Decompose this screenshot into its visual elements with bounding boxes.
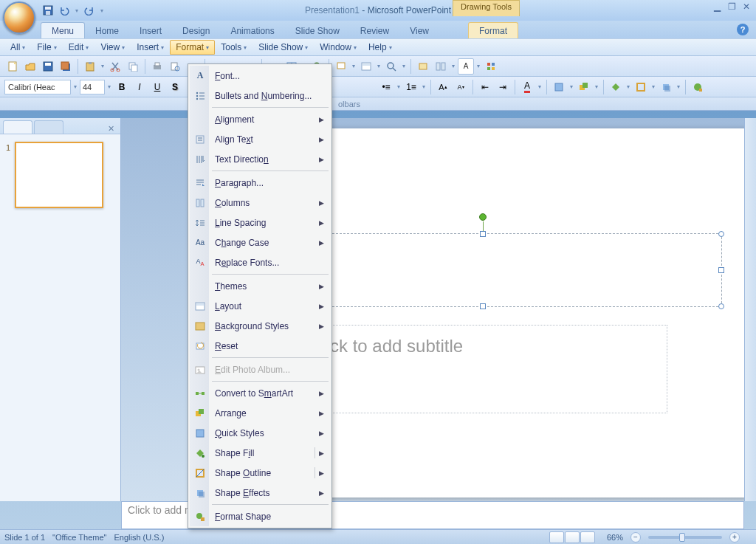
menu-slideshow[interactable]: Slide Show▾ bbox=[252, 40, 314, 55]
arrange-all-icon[interactable] bbox=[433, 58, 449, 75]
office-button[interactable] bbox=[3, 1, 35, 34]
format-menu-item-23[interactable]: Shape Fill▶ bbox=[190, 443, 330, 463]
grow-font-icon[interactable]: A▴ bbox=[435, 79, 451, 95]
format-menu-item-0[interactable]: AFont... bbox=[190, 66, 330, 86]
vertical-scrollbar[interactable] bbox=[744, 118, 756, 501]
paste-icon[interactable] bbox=[82, 58, 98, 75]
underline-button[interactable]: U bbox=[149, 79, 165, 95]
format-menu-item-7[interactable]: Paragraph... bbox=[190, 173, 330, 193]
restore-button[interactable]: ❐ bbox=[726, 1, 737, 12]
format-menu-item-25[interactable]: Shape Effects▶ bbox=[190, 483, 330, 503]
zoom-in-button[interactable]: + bbox=[729, 532, 740, 543]
ribbon-tab-insert[interactable]: Insert bbox=[129, 23, 172, 38]
save-icon[interactable] bbox=[41, 4, 55, 17]
menu-edit[interactable]: Edit▾ bbox=[63, 40, 95, 55]
menu-window[interactable]: Window▾ bbox=[314, 40, 362, 55]
minimize-button[interactable]: ▁ bbox=[712, 1, 722, 12]
menu-insert[interactable]: Insert▾ bbox=[131, 40, 170, 55]
decrease-indent-icon[interactable]: ⇤ bbox=[477, 79, 493, 95]
menu-help[interactable]: Help▾ bbox=[362, 40, 398, 55]
copy-icon[interactable] bbox=[125, 58, 141, 75]
slideshow-view-button[interactable] bbox=[580, 531, 595, 543]
ribbon-tab-animations[interactable]: Animations bbox=[220, 23, 284, 38]
ribbon-tab-menu[interactable]: Menu bbox=[41, 22, 85, 38]
saveas-icon[interactable] bbox=[58, 58, 74, 75]
numbering-icon[interactable]: 1≡ bbox=[403, 79, 419, 95]
open-icon[interactable] bbox=[22, 58, 38, 75]
zoom-icon[interactable] bbox=[383, 58, 399, 75]
layout-toolbar-icon[interactable] bbox=[358, 58, 374, 75]
slide-thumbnail-1[interactable]: 1 bbox=[6, 142, 114, 208]
shrink-font-icon[interactable]: A▾ bbox=[453, 79, 469, 95]
increase-indent-icon[interactable]: ⇥ bbox=[495, 79, 511, 95]
close-button[interactable]: ✕ bbox=[741, 1, 752, 12]
sorter-view-button[interactable] bbox=[565, 531, 580, 543]
bold-button[interactable]: B bbox=[114, 79, 130, 95]
panel-tab-slides[interactable] bbox=[3, 120, 32, 134]
resize-handle-e[interactable] bbox=[718, 267, 724, 273]
cut-icon[interactable] bbox=[107, 58, 123, 75]
menu-tools[interactable]: Tools▾ bbox=[215, 40, 252, 55]
format-menu-item-13[interactable]: Themes▶ bbox=[190, 276, 330, 296]
shape-effects-toolbar-icon[interactable] bbox=[658, 79, 674, 95]
redo-icon[interactable] bbox=[83, 4, 96, 17]
format-menu-item-27[interactable]: Format Shape bbox=[190, 506, 330, 526]
zoom-slider[interactable] bbox=[648, 536, 722, 539]
format-menu-item-21[interactable]: Arrange▶ bbox=[190, 403, 330, 423]
textbox-a-icon[interactable]: A bbox=[458, 58, 474, 75]
font-color-icon[interactable]: A bbox=[519, 79, 535, 95]
format-menu-item-9[interactable]: Line Spacing▶ bbox=[190, 213, 330, 233]
format-menu-item-22[interactable]: Quick Styles▶ bbox=[190, 423, 330, 443]
resize-handle-s[interactable] bbox=[480, 303, 486, 309]
new-slide-icon[interactable] bbox=[333, 58, 349, 75]
zoom-slider-thumb[interactable] bbox=[679, 533, 685, 542]
save-toolbar-icon[interactable] bbox=[40, 58, 56, 75]
new-icon[interactable] bbox=[4, 58, 21, 75]
format-menu-item-5[interactable]: Text Direction▶ bbox=[190, 149, 330, 169]
panel-close-icon[interactable]: ✕ bbox=[105, 124, 117, 134]
undo-split-icon[interactable]: ▾ bbox=[74, 7, 80, 14]
shadow-button[interactable]: S bbox=[167, 79, 183, 95]
quick-styles-toolbar-icon[interactable] bbox=[551, 79, 567, 95]
menu-view[interactable]: View▾ bbox=[94, 40, 131, 55]
print-icon[interactable] bbox=[149, 58, 165, 75]
ribbon-tab-format[interactable]: Format bbox=[468, 22, 518, 38]
undo-icon[interactable] bbox=[58, 4, 71, 17]
format-menu-item-8[interactable]: Columns▶ bbox=[190, 193, 330, 213]
resize-handle-se[interactable] bbox=[718, 303, 724, 309]
menu-format[interactable]: Format▾ bbox=[170, 40, 215, 55]
menu-all[interactable]: All▾ bbox=[4, 40, 31, 55]
format-menu-item-3[interactable]: Alignment▶ bbox=[190, 109, 330, 129]
ribbon-tab-home[interactable]: Home bbox=[85, 23, 129, 38]
italic-button[interactable]: I bbox=[131, 79, 148, 95]
new-window-icon[interactable] bbox=[415, 58, 431, 75]
panel-tab-outline[interactable] bbox=[34, 120, 63, 134]
ribbon-tab-design[interactable]: Design bbox=[172, 23, 220, 38]
font-size-input[interactable] bbox=[80, 80, 105, 94]
format-menu-item-10[interactable]: AaChange Case▶ bbox=[190, 233, 330, 252]
resize-handle-n[interactable] bbox=[480, 231, 486, 237]
menu-file[interactable]: File▾ bbox=[31, 40, 62, 55]
format-menu-item-11[interactable]: AAReplace Fonts... bbox=[190, 252, 330, 272]
format-menu-item-24[interactable]: Shape Outline▶ bbox=[190, 463, 330, 483]
shape-fill-toolbar-icon[interactable] bbox=[608, 79, 624, 95]
color-scheme-icon[interactable] bbox=[483, 58, 499, 75]
resize-handle-ne[interactable] bbox=[718, 231, 724, 237]
arrange-toolbar-icon[interactable] bbox=[576, 79, 592, 95]
bullets-icon[interactable]: •≡ bbox=[378, 79, 394, 95]
subtitle-placeholder[interactable]: Click to add subtitle bbox=[298, 325, 667, 413]
format-shape-toolbar-icon[interactable] bbox=[690, 79, 706, 95]
format-menu-item-20[interactable]: Convert to SmartArt▶ bbox=[190, 383, 330, 403]
ribbon-tab-review[interactable]: Review bbox=[350, 23, 399, 38]
print-preview-icon[interactable] bbox=[167, 58, 183, 75]
qat-customize-icon[interactable]: ▾ bbox=[99, 7, 105, 14]
zoom-percent[interactable]: 66% bbox=[607, 533, 623, 542]
status-language[interactable]: English (U.S.) bbox=[114, 533, 164, 542]
zoom-out-button[interactable]: − bbox=[630, 532, 641, 543]
format-menu-item-16[interactable]: Reset bbox=[190, 336, 330, 356]
format-menu-item-4[interactable]: Align Text▶ bbox=[190, 129, 330, 149]
rotate-handle[interactable] bbox=[479, 213, 487, 221]
font-name-input[interactable] bbox=[4, 80, 71, 94]
ribbon-tab-view[interactable]: View bbox=[399, 23, 439, 38]
format-menu-item-14[interactable]: Layout▶ bbox=[190, 296, 330, 316]
